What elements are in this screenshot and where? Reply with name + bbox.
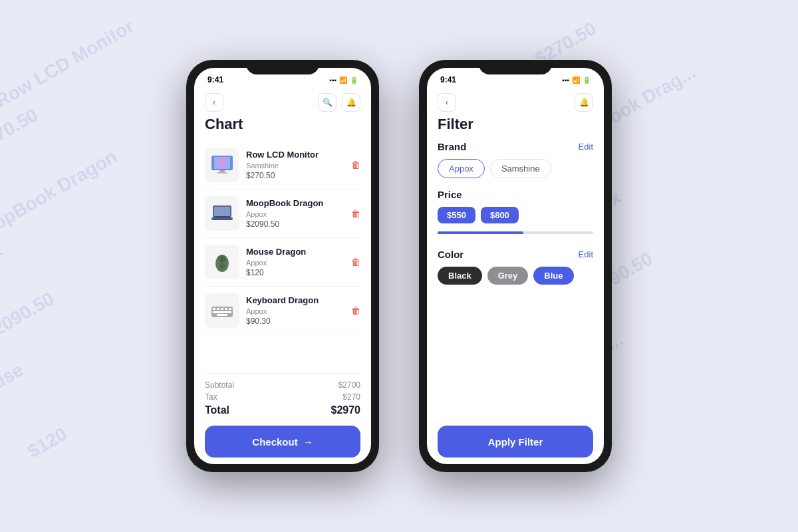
total-row: Total $2970 xyxy=(205,404,360,416)
subtotal-row: Subtotal $2700 xyxy=(205,380,360,390)
tax-value: $270 xyxy=(342,392,360,402)
back-button[interactable]: ‹ xyxy=(205,93,223,112)
apply-filter-button[interactable]: Apply Filter xyxy=(438,426,593,458)
total-value: $2970 xyxy=(331,404,361,416)
cart-item: Mouse Dragon Appox $120 🗑 xyxy=(205,238,360,287)
item-name: Keyboard Dragon xyxy=(246,295,344,307)
bell-button[interactable]: 🔔 xyxy=(342,93,360,112)
item-name: Mouse Dragon xyxy=(246,247,344,258)
wifi-icon: 📶 xyxy=(339,76,347,84)
item-info-monitor: Row LCD Monitor Samshine $270.50 xyxy=(246,150,344,180)
page-title: Chart xyxy=(205,116,360,133)
svg-rect-16 xyxy=(221,308,223,310)
signal-icon: ▪▪▪ xyxy=(562,76,569,84)
section-header: Color Edit xyxy=(438,249,593,260)
svg-rect-4 xyxy=(217,172,227,174)
delete-button[interactable]: 🗑 xyxy=(351,305,360,316)
svg-rect-3 xyxy=(219,170,225,172)
item-image-keyboard xyxy=(205,293,239,328)
brand-chips: Appox Samshine xyxy=(438,159,593,178)
svg-rect-15 xyxy=(217,308,219,310)
svg-rect-17 xyxy=(225,308,227,310)
signal-icon: ▪▪▪ xyxy=(329,76,336,84)
item-brand: Samshine xyxy=(246,162,344,170)
color-section: Color Edit Black Grey Blue xyxy=(438,249,593,285)
item-info-mouse: Mouse Dragon Appox $120 xyxy=(246,247,344,277)
item-image-laptop xyxy=(205,196,239,231)
brand-section: Brand Edit Appox Samshine xyxy=(438,141,593,178)
section-header: Price xyxy=(438,189,593,200)
price-range-fill xyxy=(438,231,523,234)
brand-edit-button[interactable]: Edit xyxy=(579,142,593,152)
svg-rect-19 xyxy=(213,311,231,313)
item-info-keyboard: Keyboard Dragon Appox $90.30 xyxy=(246,295,344,326)
status-time: 9:41 xyxy=(207,75,223,84)
price-range-track[interactable] xyxy=(438,231,593,234)
color-chip-black[interactable]: Black xyxy=(438,267,482,285)
status-icons: ▪▪▪ 📶 🔋 xyxy=(329,76,358,84)
item-brand: Appox xyxy=(246,307,344,315)
price-max-badge: $800 xyxy=(481,207,519,223)
price-min-badge: $550 xyxy=(438,207,475,223)
spacer xyxy=(438,295,593,419)
status-icons: ▪▪▪ 📶 🔋 xyxy=(562,76,591,84)
subtotal-value: $2700 xyxy=(338,380,360,390)
item-brand: Appox xyxy=(246,210,344,218)
search-button[interactable]: 🔍 xyxy=(318,93,336,112)
notch xyxy=(246,60,319,74)
price-label: Price xyxy=(438,189,462,200)
phone-chart: 9:41 ▪▪▪ 📶 🔋 ‹ 🔍 🔔 Chart xyxy=(186,60,379,472)
svg-rect-6 xyxy=(214,207,230,216)
total-label: Total xyxy=(205,404,229,416)
battery-icon: 🔋 xyxy=(583,76,591,84)
price-section: Price $550 $800 xyxy=(438,189,593,238)
item-name: MoopBook Dragon xyxy=(246,198,344,209)
brand-label: Brand xyxy=(438,141,466,152)
svg-rect-14 xyxy=(213,308,215,310)
subtotal-label: Subtotal xyxy=(205,380,234,390)
battery-icon: 🔋 xyxy=(350,76,358,84)
svg-rect-8 xyxy=(214,216,230,217)
back-button[interactable]: ‹ xyxy=(438,93,456,112)
subtotals-section: Subtotal $2700 Tax $270 Total $2970 xyxy=(205,373,360,420)
svg-point-12 xyxy=(219,263,225,269)
item-brand: Appox xyxy=(246,259,344,267)
item-image-monitor xyxy=(205,148,239,182)
notch xyxy=(479,60,552,74)
brand-chip-appox[interactable]: Appox xyxy=(438,159,485,178)
checkout-label: Checkout xyxy=(252,436,297,448)
apply-filter-label: Apply Filter xyxy=(488,436,543,448)
brand-chip-samshine[interactable]: Samshine xyxy=(490,159,551,178)
cart-item: Row LCD Monitor Samshine $270.50 🗑 xyxy=(205,141,360,190)
color-chip-grey[interactable]: Grey xyxy=(487,267,529,285)
item-price: $90.30 xyxy=(246,317,344,326)
color-label: Color xyxy=(438,249,464,260)
page-title: Filter xyxy=(438,116,593,133)
color-edit-button[interactable]: Edit xyxy=(579,249,593,259)
checkout-button[interactable]: Checkout → xyxy=(205,426,360,458)
bell-button[interactable]: 🔔 xyxy=(575,93,593,112)
tax-label: Tax xyxy=(205,392,217,402)
delete-button[interactable]: 🗑 xyxy=(351,257,360,267)
nav-bar: ‹ 🔔 xyxy=(427,89,604,116)
color-chips: Black Grey Blue xyxy=(438,267,593,285)
svg-rect-20 xyxy=(217,314,227,316)
item-info-laptop: MoopBook Dragon Appox $2090.50 xyxy=(246,198,344,229)
arrow-icon: → xyxy=(303,436,313,448)
tax-row: Tax $270 xyxy=(205,392,360,402)
nav-bar: ‹ 🔍 🔔 xyxy=(194,89,371,116)
cart-item: Keyboard Dragon Appox $90.30 🗑 xyxy=(205,287,360,335)
svg-rect-18 xyxy=(229,308,231,310)
svg-rect-7 xyxy=(211,217,233,220)
item-price: $2090.50 xyxy=(246,219,344,229)
wifi-icon: 📶 xyxy=(572,76,580,84)
delete-button[interactable]: 🗑 xyxy=(351,208,360,219)
item-name: Row LCD Monitor xyxy=(246,150,344,161)
svg-rect-2 xyxy=(218,157,226,169)
price-badges: $550 $800 xyxy=(438,207,593,223)
phone-filter: 9:41 ▪▪▪ 📶 🔋 ‹ 🔔 Filter Brand Edit xyxy=(419,60,612,472)
item-image-mouse xyxy=(205,245,239,279)
delete-button[interactable]: 🗑 xyxy=(351,160,360,170)
item-price: $270.50 xyxy=(246,171,344,180)
color-chip-blue[interactable]: Blue xyxy=(533,267,573,285)
